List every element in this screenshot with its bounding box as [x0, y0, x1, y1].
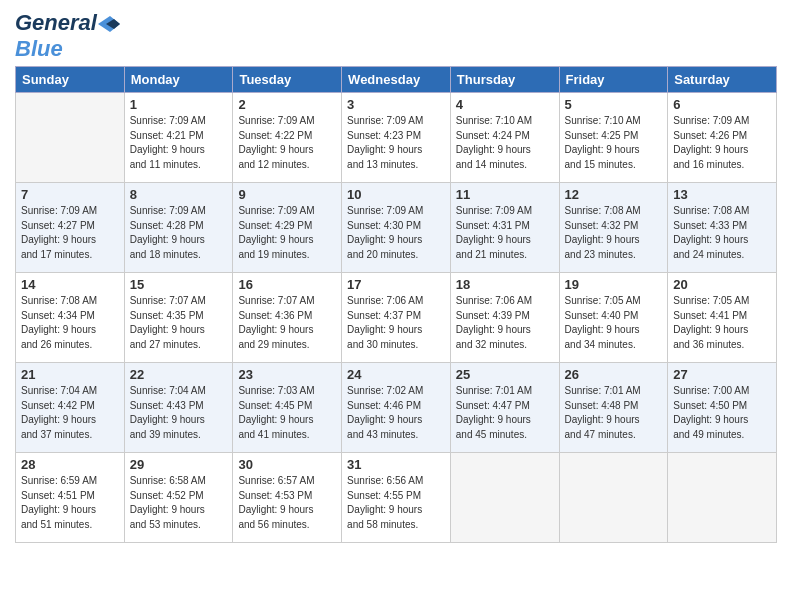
calendar-cell: 8Sunrise: 7:09 AM Sunset: 4:28 PM Daylig… — [124, 183, 233, 273]
calendar-cell: 21Sunrise: 7:04 AM Sunset: 4:42 PM Dayli… — [16, 363, 125, 453]
day-number: 22 — [130, 367, 228, 382]
day-number: 27 — [673, 367, 771, 382]
weekday-header-friday: Friday — [559, 67, 668, 93]
day-number: 29 — [130, 457, 228, 472]
calendar-cell — [16, 93, 125, 183]
calendar-cell: 15Sunrise: 7:07 AM Sunset: 4:35 PM Dayli… — [124, 273, 233, 363]
calendar-cell: 11Sunrise: 7:09 AM Sunset: 4:31 PM Dayli… — [450, 183, 559, 273]
day-number: 19 — [565, 277, 663, 292]
calendar-cell: 2Sunrise: 7:09 AM Sunset: 4:22 PM Daylig… — [233, 93, 342, 183]
day-info: Sunrise: 7:06 AM Sunset: 4:37 PM Dayligh… — [347, 294, 445, 352]
day-info: Sunrise: 6:59 AM Sunset: 4:51 PM Dayligh… — [21, 474, 119, 532]
day-number: 6 — [673, 97, 771, 112]
day-info: Sunrise: 7:09 AM Sunset: 4:28 PM Dayligh… — [130, 204, 228, 262]
day-info: Sunrise: 7:10 AM Sunset: 4:24 PM Dayligh… — [456, 114, 554, 172]
day-info: Sunrise: 6:58 AM Sunset: 4:52 PM Dayligh… — [130, 474, 228, 532]
day-info: Sunrise: 7:01 AM Sunset: 4:47 PM Dayligh… — [456, 384, 554, 442]
calendar-cell: 1Sunrise: 7:09 AM Sunset: 4:21 PM Daylig… — [124, 93, 233, 183]
weekday-header-thursday: Thursday — [450, 67, 559, 93]
day-info: Sunrise: 7:04 AM Sunset: 4:42 PM Dayligh… — [21, 384, 119, 442]
day-info: Sunrise: 7:10 AM Sunset: 4:25 PM Dayligh… — [565, 114, 663, 172]
day-number: 28 — [21, 457, 119, 472]
day-number: 11 — [456, 187, 554, 202]
calendar-cell: 22Sunrise: 7:04 AM Sunset: 4:43 PM Dayli… — [124, 363, 233, 453]
day-number: 23 — [238, 367, 336, 382]
calendar-cell: 13Sunrise: 7:08 AM Sunset: 4:33 PM Dayli… — [668, 183, 777, 273]
calendar-cell: 3Sunrise: 7:09 AM Sunset: 4:23 PM Daylig… — [342, 93, 451, 183]
calendar-cell: 20Sunrise: 7:05 AM Sunset: 4:41 PM Dayli… — [668, 273, 777, 363]
day-info: Sunrise: 6:57 AM Sunset: 4:53 PM Dayligh… — [238, 474, 336, 532]
calendar-cell: 26Sunrise: 7:01 AM Sunset: 4:48 PM Dayli… — [559, 363, 668, 453]
day-info: Sunrise: 7:09 AM Sunset: 4:30 PM Dayligh… — [347, 204, 445, 262]
day-info: Sunrise: 7:05 AM Sunset: 4:40 PM Dayligh… — [565, 294, 663, 352]
calendar-cell: 28Sunrise: 6:59 AM Sunset: 4:51 PM Dayli… — [16, 453, 125, 543]
calendar-cell — [668, 453, 777, 543]
day-info: Sunrise: 7:06 AM Sunset: 4:39 PM Dayligh… — [456, 294, 554, 352]
day-info: Sunrise: 7:09 AM Sunset: 4:23 PM Dayligh… — [347, 114, 445, 172]
day-number: 26 — [565, 367, 663, 382]
day-number: 3 — [347, 97, 445, 112]
day-info: Sunrise: 7:09 AM Sunset: 4:29 PM Dayligh… — [238, 204, 336, 262]
day-info: Sunrise: 7:03 AM Sunset: 4:45 PM Dayligh… — [238, 384, 336, 442]
day-info: Sunrise: 7:09 AM Sunset: 4:27 PM Dayligh… — [21, 204, 119, 262]
day-number: 1 — [130, 97, 228, 112]
calendar-cell: 17Sunrise: 7:06 AM Sunset: 4:37 PM Dayli… — [342, 273, 451, 363]
calendar-cell: 10Sunrise: 7:09 AM Sunset: 4:30 PM Dayli… — [342, 183, 451, 273]
day-number: 17 — [347, 277, 445, 292]
day-info: Sunrise: 7:09 AM Sunset: 4:21 PM Dayligh… — [130, 114, 228, 172]
day-number: 18 — [456, 277, 554, 292]
day-number: 20 — [673, 277, 771, 292]
day-info: Sunrise: 7:08 AM Sunset: 4:32 PM Dayligh… — [565, 204, 663, 262]
day-number: 2 — [238, 97, 336, 112]
calendar-table: SundayMondayTuesdayWednesdayThursdayFrid… — [15, 66, 777, 543]
day-number: 15 — [130, 277, 228, 292]
weekday-header-sunday: Sunday — [16, 67, 125, 93]
day-number: 4 — [456, 97, 554, 112]
calendar-cell: 18Sunrise: 7:06 AM Sunset: 4:39 PM Dayli… — [450, 273, 559, 363]
day-info: Sunrise: 7:07 AM Sunset: 4:36 PM Dayligh… — [238, 294, 336, 352]
day-info: Sunrise: 7:04 AM Sunset: 4:43 PM Dayligh… — [130, 384, 228, 442]
day-number: 16 — [238, 277, 336, 292]
calendar-cell: 30Sunrise: 6:57 AM Sunset: 4:53 PM Dayli… — [233, 453, 342, 543]
day-number: 31 — [347, 457, 445, 472]
calendar-cell: 25Sunrise: 7:01 AM Sunset: 4:47 PM Dayli… — [450, 363, 559, 453]
day-number: 12 — [565, 187, 663, 202]
day-info: Sunrise: 7:09 AM Sunset: 4:26 PM Dayligh… — [673, 114, 771, 172]
weekday-header-wednesday: Wednesday — [342, 67, 451, 93]
logo-icon — [98, 16, 120, 32]
logo-general: General — [15, 10, 97, 36]
day-info: Sunrise: 7:09 AM Sunset: 4:31 PM Dayligh… — [456, 204, 554, 262]
calendar-cell: 23Sunrise: 7:03 AM Sunset: 4:45 PM Dayli… — [233, 363, 342, 453]
logo-blue: Blue — [15, 36, 63, 61]
calendar-cell: 19Sunrise: 7:05 AM Sunset: 4:40 PM Dayli… — [559, 273, 668, 363]
calendar-cell: 31Sunrise: 6:56 AM Sunset: 4:55 PM Dayli… — [342, 453, 451, 543]
day-number: 5 — [565, 97, 663, 112]
calendar-cell: 9Sunrise: 7:09 AM Sunset: 4:29 PM Daylig… — [233, 183, 342, 273]
calendar-cell — [450, 453, 559, 543]
day-info: Sunrise: 7:05 AM Sunset: 4:41 PM Dayligh… — [673, 294, 771, 352]
day-info: Sunrise: 7:09 AM Sunset: 4:22 PM Dayligh… — [238, 114, 336, 172]
day-info: Sunrise: 7:07 AM Sunset: 4:35 PM Dayligh… — [130, 294, 228, 352]
calendar-cell: 14Sunrise: 7:08 AM Sunset: 4:34 PM Dayli… — [16, 273, 125, 363]
calendar-cell: 12Sunrise: 7:08 AM Sunset: 4:32 PM Dayli… — [559, 183, 668, 273]
day-number: 7 — [21, 187, 119, 202]
calendar-cell: 24Sunrise: 7:02 AM Sunset: 4:46 PM Dayli… — [342, 363, 451, 453]
calendar-cell: 29Sunrise: 6:58 AM Sunset: 4:52 PM Dayli… — [124, 453, 233, 543]
day-info: Sunrise: 7:00 AM Sunset: 4:50 PM Dayligh… — [673, 384, 771, 442]
calendar-cell: 7Sunrise: 7:09 AM Sunset: 4:27 PM Daylig… — [16, 183, 125, 273]
weekday-header-monday: Monday — [124, 67, 233, 93]
weekday-header-tuesday: Tuesday — [233, 67, 342, 93]
day-number: 30 — [238, 457, 336, 472]
day-info: Sunrise: 7:01 AM Sunset: 4:48 PM Dayligh… — [565, 384, 663, 442]
logo: General Blue — [15, 10, 120, 62]
day-number: 13 — [673, 187, 771, 202]
page: General Blue SundayMondayTuesdayWednesda… — [0, 0, 792, 612]
day-number: 24 — [347, 367, 445, 382]
calendar-cell: 6Sunrise: 7:09 AM Sunset: 4:26 PM Daylig… — [668, 93, 777, 183]
day-number: 25 — [456, 367, 554, 382]
day-info: Sunrise: 6:56 AM Sunset: 4:55 PM Dayligh… — [347, 474, 445, 532]
day-number: 9 — [238, 187, 336, 202]
day-info: Sunrise: 7:08 AM Sunset: 4:33 PM Dayligh… — [673, 204, 771, 262]
day-info: Sunrise: 7:02 AM Sunset: 4:46 PM Dayligh… — [347, 384, 445, 442]
header: General Blue — [15, 10, 777, 62]
